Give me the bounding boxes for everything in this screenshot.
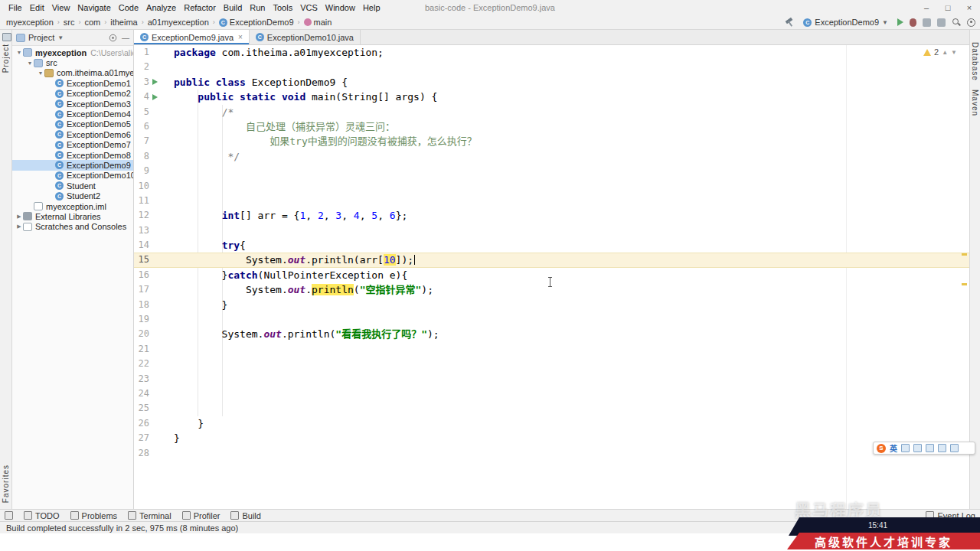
code-line-23[interactable]: 23 — [134, 372, 969, 386]
code-line-15[interactable]: 15 System.out.println(arr[10]); — [134, 253, 969, 267]
tree-chevron-icon[interactable]: ▶ — [15, 214, 23, 220]
profiler-icon[interactable] — [937, 18, 946, 27]
tree-item-exceptiondemo9[interactable]: CExceptionDemo9 — [12, 160, 133, 170]
code-line-21[interactable]: 21 — [134, 342, 969, 357]
tool-window-button-todo[interactable]: TODO — [24, 511, 60, 520]
tree-item-exceptiondemo2[interactable]: CExceptionDemo2 — [12, 89, 133, 99]
menu-navigate[interactable]: Navigate — [74, 3, 114, 12]
run-button[interactable] — [897, 18, 903, 26]
breadcrumb-item-com[interactable]: com — [83, 18, 102, 27]
search-icon[interactable] — [952, 18, 961, 27]
code-line-7[interactable]: 7 如果try中遇到的问题没有被捕获，怎么执行？ — [134, 134, 969, 148]
tree-chevron-icon[interactable]: ▼ — [26, 60, 34, 66]
panel-gear-icon[interactable] — [109, 34, 116, 41]
menu-edit[interactable]: Edit — [26, 3, 48, 12]
breadcrumb-item-src[interactable]: src — [62, 18, 77, 27]
tree-chevron-icon[interactable]: ▼ — [37, 70, 44, 76]
code-line-6[interactable]: 6 自己处理（捕获异常）灵魂三问： — [134, 119, 969, 134]
panel-hide-icon[interactable]: — — [122, 34, 129, 42]
tree-chevron-icon[interactable]: ▼ — [15, 50, 23, 55]
menu-tools[interactable]: Tools — [269, 3, 296, 12]
menu-refactor[interactable]: Refactor — [180, 3, 220, 12]
code-line-16[interactable]: 16 }catch(NullPointerException e){ — [134, 268, 969, 282]
menu-help[interactable]: Help — [359, 3, 384, 12]
tab-close-icon[interactable]: × — [238, 33, 243, 41]
tool-window-button-build[interactable]: Build — [230, 511, 260, 520]
code-line-1[interactable]: 1package com.itheima.a01myexception; — [134, 45, 969, 60]
tree-item-exceptiondemo10[interactable]: CExceptionDemo10 — [12, 171, 133, 181]
ime-mic-icon[interactable] — [926, 444, 934, 452]
code-line-12[interactable]: 12 int[] arr = {1, 2, 3, 4, 5, 6}; — [134, 208, 969, 223]
tree-item-myexception[interactable]: ▼myexceptionC:\Users\alienware\... — [12, 47, 133, 57]
code-line-8[interactable]: 8 */ — [134, 149, 969, 164]
chevron-down-icon[interactable]: ▼ — [57, 34, 64, 41]
breadcrumb-item-myexception[interactable]: myexception — [5, 18, 55, 27]
tree-item-student[interactable]: CStudent — [12, 181, 133, 191]
tool-button-favorites[interactable]: Favorites — [2, 465, 10, 503]
editor[interactable]: 1package com.itheima.a01myexception;23pu… — [134, 45, 969, 509]
code-line-28[interactable]: 28 — [134, 446, 969, 461]
breadcrumb-item-itheima[interactable]: itheima — [109, 18, 139, 27]
code-line-10[interactable]: 10 — [134, 179, 969, 194]
ime-toolbox-icon[interactable] — [938, 444, 946, 452]
error-stripe-mark[interactable] — [962, 253, 967, 256]
tool-window-switcher-icon[interactable] — [5, 511, 13, 520]
inspection-widget[interactable]: 2 ▲ ▼ — [923, 47, 957, 57]
code-line-18[interactable]: 18 } — [134, 298, 969, 312]
maximize-button[interactable]: □ — [937, 0, 959, 15]
tool-button-database[interactable]: Database — [971, 42, 979, 81]
menu-file[interactable]: File — [5, 3, 26, 12]
breadcrumb-item-exceptiondemo9[interactable]: CExceptionDemo9 — [217, 18, 296, 27]
tool-window-button-problems[interactable]: Problems — [70, 511, 117, 520]
code-line-14[interactable]: 14 try{ — [134, 238, 969, 253]
tool-button-maven[interactable]: Maven — [971, 90, 979, 116]
menu-view[interactable]: View — [48, 3, 74, 12]
menu-run[interactable]: Run — [246, 3, 269, 12]
run-gutter-icon[interactable] — [149, 90, 160, 104]
chevron-down-icon[interactable]: ▼ — [951, 49, 957, 56]
tree-item-exceptiondemo6[interactable]: CExceptionDemo6 — [12, 129, 133, 139]
code-line-22[interactable]: 22 — [134, 357, 969, 371]
code-line-19[interactable]: 19 — [134, 312, 969, 327]
tree-item-scratches and consoles[interactable]: ▶Scratches and Consoles — [12, 222, 133, 232]
menu-code[interactable]: Code — [115, 3, 142, 12]
project-tool-icon[interactable] — [2, 33, 11, 41]
ime-language-mode[interactable]: 英 — [890, 442, 897, 454]
code-line-4[interactable]: 4 public static void main(String[] args)… — [134, 90, 969, 104]
tree-item-student2[interactable]: CStudent2 — [12, 191, 133, 201]
minimize-button[interactable]: – — [916, 0, 937, 15]
ime-skin-icon[interactable] — [950, 444, 959, 452]
coverage-icon[interactable] — [923, 18, 931, 27]
tree-item-exceptiondemo4[interactable]: CExceptionDemo4 — [12, 109, 133, 119]
code-line-5[interactable]: 5 /* — [134, 105, 969, 119]
code-line-3[interactable]: 3public class ExceptionDemo9 { — [134, 75, 969, 90]
ime-toolbar[interactable]: S 英 — [873, 442, 975, 455]
run-gutter-icon[interactable] — [149, 75, 160, 90]
code-line-24[interactable]: 24 — [134, 386, 969, 401]
tree-item-exceptiondemo5[interactable]: CExceptionDemo5 — [12, 119, 133, 129]
tree-item-exceptiondemo7[interactable]: CExceptionDemo7 — [12, 140, 133, 150]
tab-exceptiondemo10.java[interactable]: CExceptionDemo10.java — [250, 30, 361, 44]
breadcrumb-item-main[interactable]: main — [302, 18, 334, 27]
tool-window-button-profiler[interactable]: Profiler — [182, 511, 220, 520]
code-line-26[interactable]: 26 } — [134, 416, 969, 431]
close-button[interactable]: × — [959, 0, 980, 15]
tree-item-myexception.iml[interactable]: myexception.iml — [12, 201, 133, 211]
tab-exceptiondemo9.java[interactable]: CExceptionDemo9.java× — [134, 30, 250, 44]
code-line-13[interactable]: 13 — [134, 223, 969, 238]
tree-item-com.itheima.a01myexception[interactable]: ▼com.itheima.a01myexception — [12, 68, 133, 78]
menu-vcs[interactable]: VCS — [296, 3, 322, 12]
build-icon[interactable] — [785, 18, 794, 27]
settings-gear-icon[interactable] — [967, 18, 975, 27]
error-stripe-mark[interactable] — [962, 283, 967, 285]
tree-item-external libraries[interactable]: ▶External Libraries — [12, 211, 133, 221]
code-line-11[interactable]: 11 — [134, 194, 969, 208]
tree-item-exceptiondemo3[interactable]: CExceptionDemo3 — [12, 99, 133, 109]
tool-button-project[interactable]: Project — [2, 44, 10, 73]
run-config-select[interactable]: C ExceptionDemo9 ▼ — [800, 18, 891, 27]
ime-emoji-icon[interactable] — [901, 444, 910, 452]
chevron-up-icon[interactable]: ▲ — [942, 49, 948, 56]
code-line-9[interactable]: 9 — [134, 164, 969, 178]
tool-window-button-terminal[interactable]: Terminal — [128, 511, 172, 520]
breadcrumb-item-a01myexception[interactable]: a01myexception — [146, 18, 211, 27]
